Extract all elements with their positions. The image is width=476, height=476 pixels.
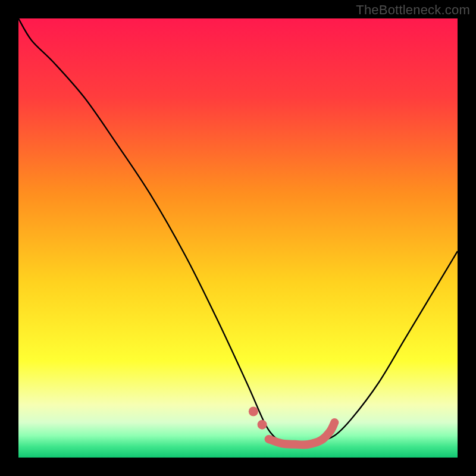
chart-frame: TheBottleneck.com [0, 0, 476, 476]
bottleneck-chart [18, 18, 458, 458]
gradient-background [18, 18, 458, 458]
attribution-label: TheBottleneck.com [356, 2, 470, 18]
highlight-dot [249, 407, 258, 416]
highlight-dot [258, 420, 267, 430]
plot-area [18, 18, 458, 458]
